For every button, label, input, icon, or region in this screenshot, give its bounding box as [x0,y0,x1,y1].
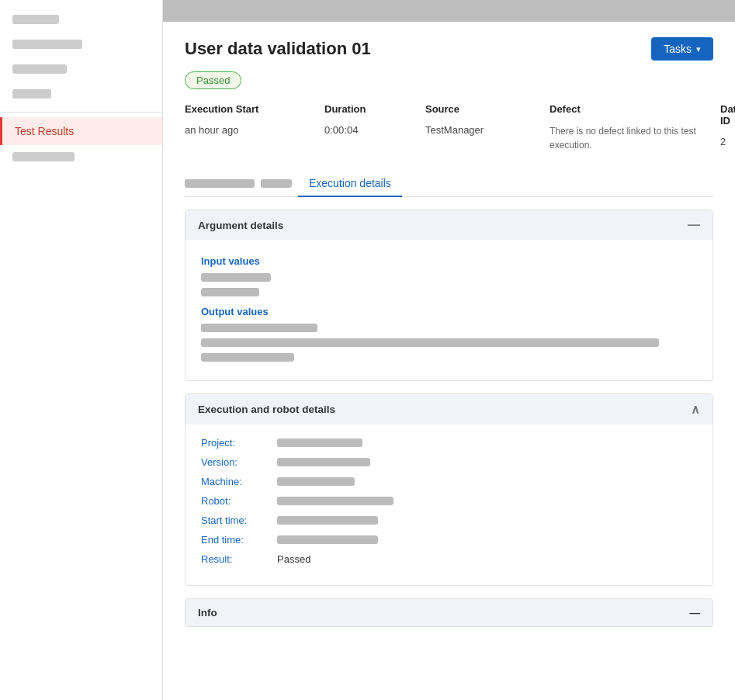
duration-value: 0:00:04 [324,121,425,136]
detail-row-version: Version: [201,456,697,468]
sidebar-placeholder-2 [12,40,82,49]
info-section-title: Info [198,607,217,619]
sidebar-item-test-results[interactable]: Test Results [0,117,162,145]
data-variation-value: 2 [720,133,735,147]
detail-val-machine [277,477,355,486]
chevron-down-icon: ▾ [696,44,701,54]
execution-robot-section: Execution and robot details ∧ Project: V… [185,393,713,586]
sidebar-item-1[interactable] [0,8,162,33]
sidebar-divider [0,112,162,113]
input-values-label: Input values [201,255,697,267]
execution-robot-body: Project: Version: Machine: Robot: [185,425,712,585]
info-section-header[interactable]: Info — [185,598,713,627]
detail-key-version: Version: [201,456,271,468]
sidebar-placeholder-1 [12,15,59,24]
sidebar-placeholder-4 [12,89,51,99]
tab-placeholder-1[interactable] [185,179,255,188]
argument-details-header[interactable]: Argument details — [185,210,712,240]
tasks-button-label: Tasks [664,43,692,55]
duration-header: Duration [324,103,425,121]
data-variation-col: Data VariationID 2 [720,103,735,152]
detail-row-start-time: Start time: [201,515,697,526]
detail-row-end-time: End time: [201,534,697,546]
sidebar-item-6[interactable] [0,145,162,170]
tab-placeholder-2[interactable] [261,179,292,188]
argument-details-title: Argument details [198,220,283,231]
duration-col: Duration 0:00:04 [324,103,425,152]
detail-val-version [277,458,370,466]
detail-val-result: Passed [277,553,310,565]
detail-val-start-time [277,516,378,525]
header-row: User data validation 01 Tasks ▾ [185,37,713,61]
top-bar [163,0,735,22]
detail-key-end-time: End time: [201,534,271,546]
expand-icon: ∧ [691,402,700,417]
tasks-button[interactable]: Tasks ▾ [651,37,713,61]
sidebar-item-label: Test Results [15,125,74,137]
input-bar-2 [201,288,259,296]
detail-key-machine: Machine: [201,476,271,487]
detail-key-project: Project: [201,437,271,449]
detail-val-project [277,438,362,447]
info-table: Execution Start an hour ago Duration 0:0… [185,103,713,152]
sidebar-placeholder-3 [12,64,67,74]
output-bar-3 [201,353,294,362]
source-header: Source [425,103,550,121]
page-title: User data validation 01 [185,39,371,59]
detail-row-project: Project: [201,437,697,449]
output-bar-1 [201,324,317,332]
sidebar-item-2[interactable] [0,33,162,57]
sidebar: Test Results [0,0,163,700]
sidebar-item-4[interactable] [0,82,162,107]
output-values-label: Output values [201,306,697,317]
argument-details-section: Argument details — Input values Output v… [185,210,713,381]
execution-start-col: Execution Start an hour ago [185,103,324,152]
argument-details-body: Input values Output values [185,240,712,380]
execution-start-header: Execution Start [185,103,324,121]
source-value: TestManager [425,121,550,136]
detail-row-result: Result: Passed [201,553,697,565]
execution-robot-header[interactable]: Execution and robot details ∧ [185,394,712,425]
detail-key-robot: Robot: [201,495,271,507]
execution-robot-title: Execution and robot details [198,404,335,415]
main-content: User data validation 01 Tasks ▾ Passed E… [163,0,735,700]
detail-val-robot [277,497,394,505]
input-bar-1 [201,273,271,282]
detail-row-machine: Machine: [201,476,697,487]
output-bar-2 [201,338,659,347]
info-collapse-icon: — [690,607,701,619]
data-variation-header: Data VariationID [720,103,735,133]
tabs-row: Execution details [185,171,713,197]
detail-key-start-time: Start time: [201,515,271,526]
detail-val-end-time [277,535,378,544]
sidebar-placeholder-6 [12,152,75,161]
tab-execution-details[interactable]: Execution details [298,171,402,197]
detail-key-result: Result: [201,553,271,565]
sidebar-item-3[interactable] [0,57,162,82]
status-label: Passed [196,75,230,86]
detail-row-robot: Robot: [201,495,697,507]
defect-col: Defect There is no defect linked to this… [550,103,720,152]
source-col: Source TestManager [425,103,550,152]
page-area: User data validation 01 Tasks ▾ Passed E… [163,22,735,643]
defect-header: Defect [550,103,720,121]
collapse-icon: — [688,218,700,232]
status-badge: Passed [185,71,241,89]
execution-start-value: an hour ago [185,121,324,136]
defect-value: There is no defect linked to this test e… [550,121,720,152]
